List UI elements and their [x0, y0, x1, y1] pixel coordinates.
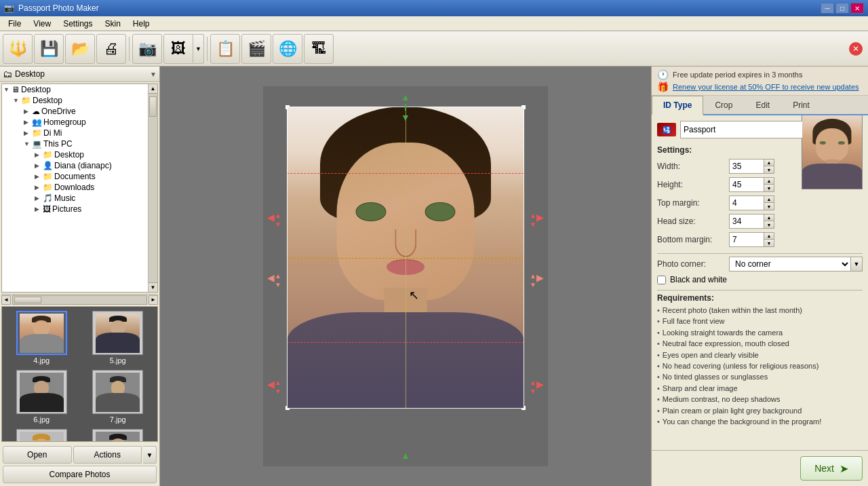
left-arrow-bot-icon[interactable]: ◀ [267, 379, 275, 390]
close-button[interactable]: ✕ [850, 3, 864, 14]
tree-item-music[interactable]: ▶ 🎵 Music [2, 193, 148, 204]
scroll-up-btn[interactable]: ▲ [149, 84, 157, 94]
tree-scrollbar[interactable]: ▲ ▼ [148, 84, 157, 292]
width-down-btn[interactable]: ▼ [764, 166, 774, 173]
tab-crop[interactable]: Crop [703, 96, 744, 115]
toolbar-image-btn[interactable]: 🖼 [163, 34, 193, 64]
arrow-down-top-icon[interactable]: ▼ [401, 112, 410, 123]
compare-photos-button[interactable]: Compare Photos [3, 466, 157, 483]
thumbnail-item-8[interactable]: 8.jpg [5, 428, 79, 442]
expand-icon: ▶ [24, 108, 31, 115]
toolbar-web-btn[interactable]: 🌐 [273, 34, 302, 64]
width-up-btn[interactable]: ▲ [764, 160, 774, 166]
head-size-down-btn[interactable]: ▼ [764, 221, 774, 228]
arrow-up-right-top[interactable]: ▲ [530, 212, 536, 219]
thumbnail-item-5[interactable]: 5.jpg [81, 310, 155, 366]
actions-dropdown-button[interactable]: ▼ [143, 446, 157, 464]
tree-item-thispc[interactable]: ▼ 💻 This PC [2, 138, 148, 149]
thumbnail-item-7[interactable]: 7.jpg [81, 369, 155, 425]
req-item-7: • Sharp and clear image [657, 384, 863, 394]
height-up-btn[interactable]: ▲ [764, 178, 774, 185]
arrow-up-right-bot[interactable]: ▲ [530, 379, 536, 386]
top-margin-down-btn[interactable]: ▼ [764, 203, 774, 210]
right-arrow-bot-icon[interactable]: ▶ [536, 379, 544, 390]
bottom-margin-up-btn[interactable]: ▲ [764, 233, 774, 240]
height-input[interactable] [730, 178, 764, 191]
left-arrow-mid-icon[interactable]: ◀ [267, 272, 275, 283]
menu-help[interactable]: Help [127, 18, 155, 30]
tree-item-dimi[interactable]: ▶ 📁 Di Mi [2, 128, 148, 138]
tab-edit[interactable]: Edit [744, 96, 781, 115]
folder-selector[interactable]: 🗂 Desktop ▼ [0, 67, 159, 82]
tree-item-homegroup[interactable]: ▶ 👥 Homegroup [2, 117, 148, 128]
menu-view[interactable]: View [28, 18, 56, 30]
thumbnail-item-4[interactable]: 4.jpg [5, 310, 79, 366]
toolbar-print-btn[interactable]: 🖨 [96, 34, 126, 64]
arrow-down-left-bot[interactable]: ▼ [275, 388, 281, 395]
bottom-arrow-icon[interactable]: ▲ [401, 450, 410, 461]
canvas-close-button[interactable]: ✕ [849, 42, 863, 56]
h-scroll-thumb[interactable] [14, 297, 41, 303]
arrow-down-right-bot[interactable]: ▼ [530, 388, 536, 395]
menu-skin[interactable]: Skin [100, 18, 126, 30]
maximize-button[interactable]: □ [835, 3, 849, 14]
toolbar-id-btn[interactable]: 📋 [210, 34, 240, 64]
arrow-down-left-mid[interactable]: ▼ [275, 281, 281, 288]
tree-item-diana[interactable]: ▶ 👤 Diana (dianapc) [2, 160, 148, 171]
scroll-down-btn[interactable]: ▼ [149, 282, 157, 292]
scroll-left-btn[interactable]: ◄ [1, 295, 11, 305]
tab-id-type[interactable]: ID Type [652, 96, 703, 115]
photo-corner-select[interactable]: No corner Rounded Oval [729, 257, 850, 272]
arrow-up-left-top[interactable]: ▲ [275, 212, 281, 219]
expand-icon: ▼ [3, 86, 10, 93]
head-size-up-btn[interactable]: ▲ [764, 214, 774, 221]
arrow-down-left-top[interactable]: ▼ [275, 221, 281, 228]
arrow-up-right-mid[interactable]: ▲ [530, 272, 536, 280]
tree-item-downloads[interactable]: ▶ 📁 Downloads [2, 182, 148, 193]
bottom-margin-down-btn[interactable]: ▼ [764, 240, 774, 246]
bottom-margin-input[interactable] [730, 233, 764, 246]
head-size-input[interactable] [730, 214, 764, 228]
renewal-link[interactable]: Renew your license at 50% OFF to receive… [673, 83, 859, 91]
top-margin-spinner: ▲ ▼ [764, 196, 774, 210]
menu-settings[interactable]: Settings [58, 18, 98, 30]
right-arrow-top-icon[interactable]: ▶ [536, 212, 544, 223]
actions-button[interactable]: Actions [73, 446, 142, 464]
width-input[interactable] [730, 160, 764, 173]
minimize-button[interactable]: ─ [821, 3, 834, 14]
tree-item-desktop[interactable]: ▼ 📁 Desktop [2, 95, 148, 106]
corner-select-arrow-icon[interactable]: ▼ [850, 257, 863, 272]
toolbar-save-btn[interactable]: 💾 [34, 34, 64, 64]
tab-print[interactable]: Print [781, 96, 821, 115]
arrow-down-right-top[interactable]: ▼ [530, 221, 536, 228]
thumbnail-item-9[interactable]: 9.jpg [81, 428, 155, 442]
passport-type-input[interactable]: Passport [680, 121, 802, 138]
next-button[interactable]: Next ➤ [800, 456, 863, 481]
right-arrow-mid-icon[interactable]: ▶ [536, 272, 544, 283]
left-arrow-top-icon[interactable]: ◀ [267, 212, 275, 223]
toolbar-open-btn[interactable]: 📂 [65, 34, 95, 64]
tree-item-onedrive[interactable]: ▶ ☁ OneDrive [2, 106, 148, 117]
height-down-btn[interactable]: ▼ [764, 185, 774, 191]
thumbnail-item-6[interactable]: 6.jpg [5, 369, 79, 425]
toolbar-camera-btn[interactable]: 📷 [132, 34, 162, 64]
open-button[interactable]: Open [3, 446, 72, 464]
top-margin-input[interactable] [730, 196, 764, 210]
toolbar-new-btn[interactable]: 🔱 [3, 34, 33, 64]
bw-checkbox[interactable] [657, 276, 666, 284]
tree-item-documents[interactable]: ▶ 📁 Documents [2, 171, 148, 182]
top-margin-up-btn[interactable]: ▲ [764, 196, 774, 203]
tree-item-pictures[interactable]: ▶ 🖼 Pictures [2, 204, 148, 214]
tree-item-desktop2[interactable]: ▶ 📁 Desktop [2, 149, 148, 160]
toolbar-batch-btn[interactable]: 🏗 [304, 34, 334, 64]
toolbar-video-btn[interactable]: 🎬 [241, 34, 271, 64]
scroll-thumb[interactable] [149, 96, 157, 117]
arrow-up-icon[interactable]: ▲ [401, 92, 410, 102]
arrow-down-right-mid[interactable]: ▼ [530, 281, 536, 288]
arrow-up-left-bot[interactable]: ▲ [275, 379, 281, 386]
menu-file[interactable]: File [3, 18, 26, 30]
tree-item-root[interactable]: ▼ 🖥 Desktop [2, 84, 148, 95]
toolbar-image-dropdown[interactable]: ▼ [193, 34, 204, 64]
scroll-right-btn[interactable]: ► [149, 295, 158, 305]
arrow-up-left-mid[interactable]: ▲ [275, 272, 281, 280]
